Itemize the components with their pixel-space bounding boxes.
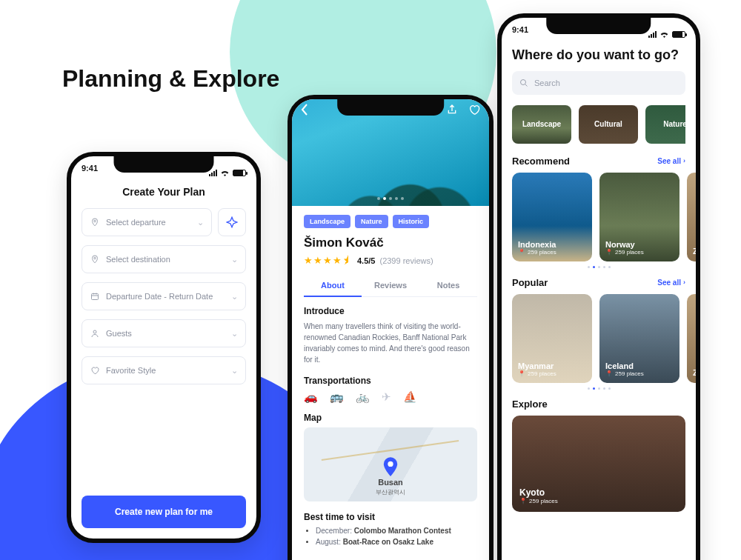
pin-icon: 📍	[518, 249, 525, 256]
share-icon	[446, 104, 458, 116]
heart-icon	[468, 104, 480, 116]
recommend-cards[interactable]: Indonexia 📍259 places Norway 📍259 places…	[512, 173, 685, 261]
battery-icon	[233, 170, 246, 176]
search-input[interactable]: Search	[512, 71, 685, 95]
search-icon	[519, 79, 528, 87]
transport-row: 🚗 🚌 🚲 ✈ ⛵	[304, 390, 477, 404]
map-heading: Map	[304, 413, 477, 423]
map[interactable]: Busan 부산광역시	[304, 427, 477, 501]
tag-landscape[interactable]: Landscape	[304, 215, 350, 228]
explore-heading: Where do you want to go?	[512, 47, 685, 64]
popular-cards[interactable]: Myanmar 📍259 places Iceland 📍259 places …	[512, 294, 685, 383]
notch	[546, 18, 651, 34]
phone-create-plan: 9:41 Create Your Plan Select departure ⌄	[67, 152, 261, 543]
tab-reviews[interactable]: Reviews	[362, 275, 419, 296]
recommend-see-all[interactable]: See all›	[657, 157, 685, 165]
favorite-button[interactable]	[468, 104, 480, 116]
guests-field[interactable]: Guests ⌄	[82, 319, 246, 347]
locate-button[interactable]	[218, 208, 246, 236]
destination-field[interactable]: Select destination ⌄	[82, 245, 246, 273]
tab-about[interactable]: About	[304, 275, 362, 297]
departure-field[interactable]: Select departure ⌄	[82, 208, 212, 236]
status-time: 9:41	[82, 164, 98, 181]
search-placeholder: Search	[534, 79, 560, 87]
chevron-down-icon: ⌄	[197, 218, 204, 227]
pin-icon	[90, 254, 100, 264]
intro-heading: Introduce	[304, 306, 477, 316]
card-myanmar[interactable]: Myanmar 📍259 places	[512, 294, 592, 383]
bus-icon[interactable]: 🚌	[330, 390, 344, 404]
category-nature[interactable]: Nature	[645, 105, 685, 144]
hero-pager	[292, 197, 489, 200]
best-heading: Best time to visit	[304, 512, 477, 522]
departure-placeholder: Select departure	[106, 218, 166, 227]
dates-placeholder: Departure Date - Return Date	[106, 292, 213, 301]
create-plan-label: Create new plan for me	[115, 507, 213, 517]
style-field[interactable]: Favorite Style ⌄	[82, 356, 246, 384]
card-indonexia[interactable]: Indonexia 📍259 places	[512, 173, 592, 261]
locate-icon	[226, 216, 238, 228]
intro-text: When many travellers think of visiting t…	[304, 321, 477, 365]
card-kyoto[interactable]: Kyoto 📍259 places	[512, 416, 685, 512]
chevron-down-icon: ⌄	[231, 366, 238, 376]
pin-icon: 📍	[605, 370, 613, 377]
trans-heading: Transportations	[304, 376, 477, 386]
best-month-1: August:	[316, 538, 341, 546]
destination-placeholder: Select destination	[106, 255, 170, 264]
share-button[interactable]	[446, 104, 458, 116]
pin-icon: 📍	[519, 498, 527, 504]
phone-explore: 9:41 Where do you want to go? Search Lan…	[497, 13, 700, 560]
car-icon[interactable]: 🚗	[304, 390, 318, 404]
chevron-right-icon: ›	[683, 279, 685, 286]
map-city-native: 부산광역시	[376, 488, 405, 496]
style-placeholder: Favorite Style	[106, 366, 156, 375]
place-name: Šimon Kováč	[304, 236, 477, 250]
chevron-down-icon: ⌄	[231, 292, 238, 301]
card-iceland[interactable]: Iceland 📍259 places	[599, 294, 679, 383]
review-count: (2399 reviews)	[379, 256, 433, 265]
popular-see-all[interactable]: See all›	[657, 279, 685, 287]
create-plan-button[interactable]: Create new plan for me	[82, 496, 246, 528]
pin-icon: 📍	[518, 370, 525, 377]
wifi-icon	[659, 30, 669, 38]
plane-icon[interactable]: ✈	[382, 390, 391, 404]
signal-icon	[209, 170, 217, 176]
popular-pager	[512, 387, 685, 390]
battery-icon	[672, 31, 685, 38]
map-pin-icon	[382, 457, 399, 478]
card-peek[interactable]: Z	[687, 173, 700, 261]
best-list: December: Colombo Marathon Contest Augus…	[304, 527, 477, 546]
chevron-right-icon: ›	[683, 157, 685, 164]
rating-row: ★★★★⯨ 4.5/5 (2399 reviews)	[304, 255, 477, 266]
category-cultural[interactable]: Cultural	[579, 105, 638, 144]
boat-icon[interactable]: ⛵	[403, 390, 417, 404]
notch	[337, 99, 444, 116]
category-landscape[interactable]: Landscape	[512, 105, 571, 144]
svg-point-4	[388, 461, 393, 467]
dates-field[interactable]: Departure Date - Return Date ⌄	[82, 282, 246, 310]
card-norway[interactable]: Norway 📍259 places	[599, 173, 679, 261]
bike-icon[interactable]: 🚲	[356, 390, 370, 404]
pin-icon: 📍	[605, 249, 613, 256]
card-peek[interactable]: Z	[687, 294, 700, 383]
recommend-pager	[512, 266, 685, 268]
tag-nature[interactable]: Nature	[355, 215, 388, 228]
svg-point-3	[93, 330, 96, 333]
chevron-down-icon: ⌄	[231, 329, 238, 339]
calendar-icon	[90, 292, 100, 301]
tag-historic[interactable]: Historic	[393, 215, 430, 228]
svg-rect-2	[92, 294, 99, 300]
chevron-down-icon: ⌄	[231, 255, 238, 264]
popular-heading: Popular	[512, 277, 548, 288]
chevron-left-icon	[301, 104, 308, 116]
guests-placeholder: Guests	[106, 329, 132, 338]
category-row[interactable]: Landscape Cultural Nature	[512, 105, 685, 144]
best-event-0: Colombo Marathon Contest	[354, 527, 451, 535]
rating-value: 4.5/5	[357, 256, 375, 265]
svg-point-1	[94, 257, 96, 259]
screen-title: Create Your Plan	[71, 186, 256, 198]
back-button[interactable]	[301, 104, 308, 116]
tab-notes[interactable]: Notes	[419, 275, 477, 296]
best-month-0: December:	[316, 527, 352, 535]
page-title: Planning & Explore	[62, 65, 279, 93]
